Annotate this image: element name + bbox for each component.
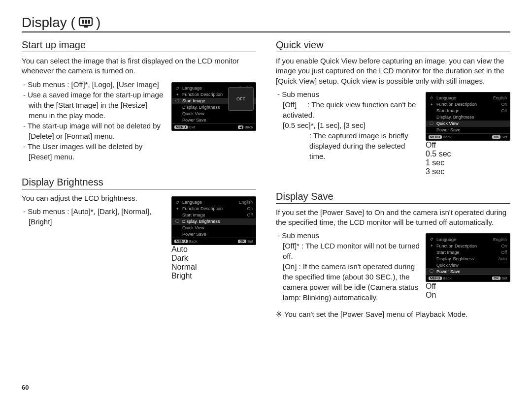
popup-option: Bright <box>171 272 256 280</box>
section-intro: You can adjust the LCD brightness. <box>22 193 166 203</box>
menu-item-power-save: Power Save <box>436 269 507 274</box>
section-heading: Start up image <box>22 39 256 52</box>
bullet: - Sub menus : [Off]*, [Logo], [User Imag… <box>22 79 166 90</box>
bullet: - Use a saved image for the start-up ima… <box>22 90 166 121</box>
svg-rect-4 <box>84 26 88 28</box>
section-start-up-image: Start up image You can select the image … <box>22 39 256 162</box>
section-intro: If you enable Quick View before capturin… <box>276 56 510 86</box>
section-heading: Quick view <box>276 39 510 52</box>
camera-menu-screenshot: ⏱LanguageEnglish ✦Function DescriptionOn… <box>171 193 256 280</box>
note: ※ You can't set the [Power Save] menu of… <box>276 309 510 319</box>
page-title-end: ) <box>96 15 100 31</box>
section-intro: You can select the image that is first d… <box>22 56 256 76</box>
svg-rect-2 <box>85 20 87 24</box>
page-title: Display ( ) <box>22 15 510 32</box>
popup-option: On <box>426 291 446 300</box>
popup-option: Off <box>426 141 510 150</box>
menu-item-power-save: Power Save <box>182 118 253 123</box>
bullet: - Sub menus <box>276 230 421 241</box>
popup-brightness: Auto Dark Normal Bright <box>171 245 256 280</box>
section-heading: Display Save <box>276 191 510 204</box>
popup-option: Dark <box>171 254 256 263</box>
ok-badge: OK <box>238 240 246 243</box>
bullet: - The start-up image will not be deleted… <box>22 121 166 141</box>
section-quick-view: Quick view If you enable Quick View befo… <box>276 39 510 176</box>
menu-item-brightness: Display. Brightness <box>182 219 253 224</box>
menu-badge: MENU <box>174 125 188 129</box>
option-off-label: [Off] <box>283 99 305 110</box>
popup-option: 1 sec <box>426 158 510 167</box>
menu-item-quick-view: Quick View <box>436 121 507 126</box>
footer-set: Set <box>247 239 253 244</box>
camera-menu-screenshot: ⏱LanguageEnglish ✦Function DescriptionOn… <box>426 230 510 300</box>
svg-rect-1 <box>82 20 84 24</box>
option-on: [On] : If the camera isn't operated duri… <box>276 261 421 303</box>
option-times: [0.5 sec]*, [1 sec], [3 sec] <box>276 120 421 130</box>
page-number: 60 <box>22 384 29 391</box>
menu-item-quick-view: Quick View <box>182 111 253 116</box>
bullet: - Sub menus <box>276 89 421 99</box>
bullet: - Sub menus : [Auto]*, [Dark], [Normal],… <box>22 206 166 227</box>
footer-back: Back <box>189 239 198 244</box>
section-heading: Display Brightness <box>22 177 256 189</box>
section-intro: If you set the [Power Save] to On and th… <box>276 208 510 228</box>
option-times-desc: : The captured image is briefly displaye… <box>276 130 421 161</box>
back-badge: ◀ <box>238 125 243 129</box>
svg-rect-3 <box>88 20 90 24</box>
popup-quick-view: Off 0.5 sec 1 sec 3 sec <box>426 141 510 176</box>
popup-option: 0.5 sec <box>426 150 510 158</box>
footer-back: Back <box>244 125 253 129</box>
option-off: [Off]* : The LCD monitor will not be tur… <box>276 241 421 261</box>
off-preview-box: OFF <box>228 87 254 111</box>
popup-option: Auto <box>171 245 256 254</box>
popup-option: Normal <box>171 263 256 272</box>
section-display-save: Display Save If you set the [Power Save]… <box>276 191 510 320</box>
display-icon <box>78 17 93 29</box>
popup-option: 3 sec <box>426 167 510 176</box>
bullet: - The User images will be deleted by [Re… <box>22 141 166 162</box>
page-title-text: Display ( <box>22 15 75 31</box>
section-display-brightness: Display Brightness You can adjust the LC… <box>22 177 256 280</box>
camera-menu-screenshot: ⏱LanguageEnglish ✦Function DescriptionOn… <box>171 79 256 131</box>
popup-option: Off <box>426 282 446 291</box>
camera-menu-screenshot: ⏱LanguageEnglish ✦Function DescriptionOn… <box>426 89 510 176</box>
popup-power-save: Off On <box>426 282 446 300</box>
footer-exit: Exit <box>189 125 195 129</box>
